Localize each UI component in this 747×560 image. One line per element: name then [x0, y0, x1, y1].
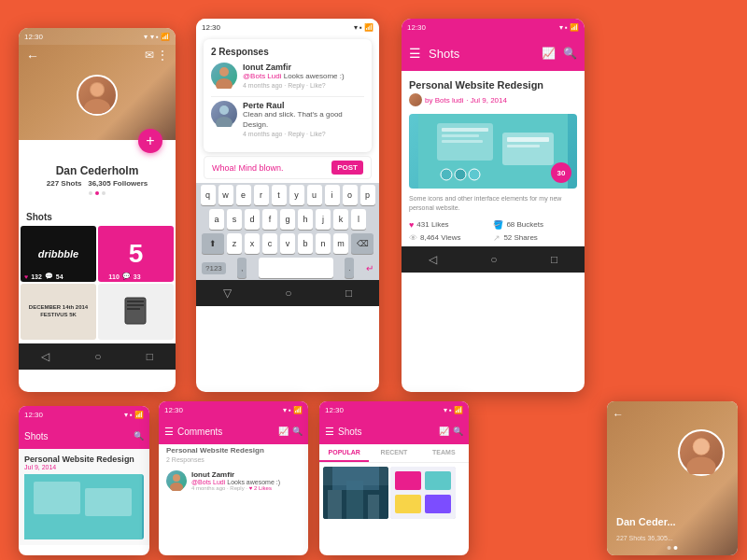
profile-header-7: ← Dan Ceder... 227 Shots 36,305...: [607, 401, 738, 555]
key-w[interactable]: w: [218, 185, 233, 205]
key-shift[interactable]: ⬆: [202, 233, 224, 254]
key-backspace[interactable]: ⌫: [351, 233, 374, 254]
nav-back-icon-2[interactable]: ▽: [223, 287, 232, 300]
kb-row-3: ⬆ z x c v b n m ⌫: [196, 231, 379, 256]
dot-7-2: [674, 546, 678, 550]
key-enter[interactable]: ↵: [366, 263, 374, 273]
menu-icon-5[interactable]: ☰: [164, 426, 174, 438]
stat-views: 👁 8,464 Views: [409, 233, 489, 243]
key-c[interactable]: c: [262, 233, 277, 254]
comment-body-5: Ionut Zamfir @Bots Ludi Looks awesome :)…: [191, 470, 301, 491]
comment-card: 2 Responses Ionut Zamfir @Bots Ludi Look…: [204, 39, 372, 152]
kb-num-key[interactable]: ?123: [202, 262, 226, 274]
nav-home-icon-3[interactable]: ○: [490, 253, 497, 266]
fab-button[interactable]: +: [138, 129, 162, 153]
bucket-icon: 🪣: [493, 220, 503, 230]
svg-rect-15: [442, 140, 483, 143]
search-icon-6[interactable]: 🔍: [453, 427, 463, 436]
dribbble-text: dribbble: [38, 248, 78, 259]
nav-recent-icon-3[interactable]: □: [551, 253, 557, 266]
key-q[interactable]: q: [201, 185, 216, 205]
key-space[interactable]: [259, 258, 333, 278]
key-comma[interactable]: ,: [237, 258, 247, 278]
shot-ui[interactable]: [390, 467, 456, 519]
shot-title-4: Personal Website Redesign: [24, 455, 144, 464]
menu-icon-3[interactable]: ☰: [409, 46, 421, 61]
keyboard: q w e r t y u i o p a s d f g h j k l ⬆ …: [196, 183, 379, 280]
key-l[interactable]: l: [351, 209, 366, 230]
reply-bar[interactable]: Whoa! Mind blown. POST: [204, 156, 372, 179]
key-s[interactable]: s: [227, 209, 242, 230]
shot-festive[interactable]: DECEMBER 14th 2014FESTIVUS 5K: [21, 284, 96, 340]
shot-description: Some icons and other interface elements …: [402, 189, 585, 217]
key-g[interactable]: g: [280, 209, 295, 230]
key-d[interactable]: d: [245, 209, 260, 230]
menu-icon-6[interactable]: ☰: [325, 426, 334, 438]
shot-preview-4: [24, 474, 144, 539]
search-icon-4[interactable]: 🔍: [134, 431, 144, 441]
nav-home-icon[interactable]: ○: [94, 350, 101, 363]
app-bar-6: ☰ Shots 📈 🔍: [319, 418, 469, 444]
status-bar-4: 12:30 ▾ ▪ 📶: [19, 406, 149, 423]
comment-avatar-5: [166, 470, 187, 491]
back-arrow-7[interactable]: ←: [613, 408, 624, 421]
key-o[interactable]: o: [343, 185, 358, 205]
chart-icon[interactable]: 📈: [542, 47, 556, 60]
shot-city[interactable]: [323, 467, 388, 519]
key-i[interactable]: i: [325, 185, 340, 205]
nav-home-icon-2[interactable]: ○: [285, 287, 291, 300]
commenter-name-2: Perte Raul: [243, 101, 364, 110]
back-arrow-icon[interactable]: ←: [26, 49, 39, 63]
shot-pink5[interactable]: 5 ♥ 110 💬 33: [98, 226, 174, 282]
views-value: 8,464 Views: [420, 233, 460, 242]
chart-icon-6[interactable]: 📈: [439, 427, 449, 436]
responses-count-5: 2 Responses: [159, 456, 308, 467]
key-r[interactable]: r: [254, 185, 269, 205]
key-n[interactable]: n: [316, 233, 331, 254]
divider-1: [211, 96, 364, 97]
tab-teams[interactable]: TEAMS: [419, 444, 469, 462]
svg-rect-6: [127, 308, 140, 310]
key-m[interactable]: m: [333, 233, 348, 254]
post-button[interactable]: POST: [331, 161, 363, 175]
shot-dribbble[interactable]: dribbble ♥ 132 💬 54: [21, 226, 96, 282]
key-x[interactable]: x: [245, 233, 260, 254]
key-t[interactable]: t: [272, 185, 287, 205]
phone-shot-detail: 12:30 ▾ ▪ 📶 ☰ Shots 📈 🔍 Personal Website…: [402, 19, 585, 392]
nav-back-icon[interactable]: ◁: [41, 350, 49, 363]
key-k[interactable]: k: [333, 209, 348, 230]
key-u[interactable]: u: [307, 185, 322, 205]
tab-popular[interactable]: POPULAR: [319, 444, 369, 462]
status-time-4: 12:30: [24, 411, 43, 419]
key-v[interactable]: v: [280, 233, 295, 254]
stat-buckets: 🪣 68 Buckets: [493, 220, 573, 230]
phone-comments-bottom: 12:30 ▾ ▪ 📶 ☰ Comments 📈 🔍 Personal Webs…: [159, 401, 308, 555]
key-period[interactable]: .: [345, 258, 354, 278]
key-y[interactable]: y: [289, 185, 304, 205]
search-icon-5[interactable]: 🔍: [292, 427, 303, 436]
key-b[interactable]: b: [298, 233, 313, 254]
buckets-value: 68 Buckets: [506, 220, 543, 229]
nav-recent-icon-2[interactable]: □: [345, 287, 352, 300]
key-e[interactable]: e: [236, 185, 251, 205]
key-f[interactable]: f: [262, 209, 277, 230]
header-actions[interactable]: ✉ ⋮: [145, 49, 168, 62]
navigation-bar-2: ▽ ○ □: [196, 280, 379, 306]
key-z[interactable]: z: [227, 233, 242, 254]
tab-recent[interactable]: RECENT: [369, 444, 418, 462]
search-icon-3[interactable]: 🔍: [563, 47, 577, 60]
chart-icon-5[interactable]: 📈: [278, 427, 289, 436]
key-j[interactable]: j: [316, 209, 331, 230]
nav-recent-icon[interactable]: □: [147, 350, 153, 363]
comment-body-1: Ionut Zamfir @Bots Ludi Looks awesome :)…: [243, 63, 364, 89]
nav-back-icon-3[interactable]: ◁: [429, 253, 437, 266]
svg-rect-32: [332, 467, 379, 490]
commenter-tag-5: @Bots Ludi Looks awesome :): [191, 479, 301, 485]
key-h[interactable]: h: [298, 209, 313, 230]
shot-by: by Bots ludi · Jul 9, 2014: [409, 93, 577, 106]
profile-name: Dan Cederholm: [19, 164, 176, 177]
key-p[interactable]: p: [360, 185, 375, 205]
svg-rect-35: [425, 471, 451, 490]
shot-notebook[interactable]: [98, 284, 174, 340]
key-a[interactable]: a: [209, 209, 224, 230]
